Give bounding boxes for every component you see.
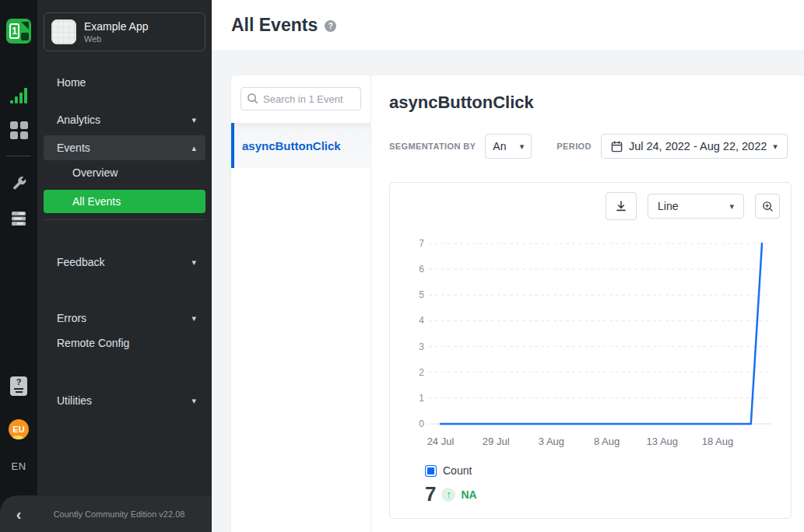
svg-text:18 Aug: 18 Aug [702,436,734,447]
chevron-down-icon: ▾ [191,313,196,324]
analytics-barchart-icon[interactable] [0,88,37,103]
app-selector[interactable]: Example App Web [44,12,205,51]
sidebar-item-events[interactable]: Events ▴ [44,135,205,160]
chevron-down-icon: ▾ [191,115,196,125]
sidebar-item-overview[interactable]: Overview [37,160,212,185]
all-events-card: asyncButtonClick asyncButtonClick SEGMEN… [231,75,804,532]
svg-text:5: 5 [419,289,424,300]
svg-text:13 Aug: 13 Aug [647,436,679,447]
chart-card: Line ▾ 0123456724 Jul29 Jul3 Aug8 Aug13 … [389,182,792,519]
sidebar-item-remote-config[interactable]: Remote Config [37,331,212,355]
line-chart[interactable]: 0123456724 Jul29 Jul3 Aug8 Aug13 Aug18 A… [396,222,785,455]
chart-zoom-button[interactable] [755,194,780,219]
chevron-up-icon: ▴ [191,143,196,153]
calendar-icon [611,141,623,152]
total-count-value: 7 [425,482,436,506]
app-icon [51,19,76,44]
legend-series-label: Count [443,464,472,477]
svg-text:24 Jul: 24 Jul [427,436,455,447]
trend-up-icon: ↑ [441,488,455,502]
content-area: asyncButtonClick asyncButtonClick SEGMEN… [212,50,804,532]
countly-logo-icon[interactable]: 1 [0,19,37,44]
sidebar-item-analytics[interactable]: Analytics ▾ [37,107,212,132]
help-icon[interactable]: ? [325,20,336,32]
collapse-sidebar-icon[interactable]: ‹ [0,506,37,522]
chevron-down-icon: ▾ [191,396,196,406]
segmentation-dropdown[interactable]: An ▾ [485,134,532,159]
svg-text:2: 2 [419,367,424,378]
icon-rail: 1 ? EU EN [0,0,37,532]
chevron-down-icon: ▾ [191,257,196,268]
chevron-down-icon: ▾ [520,142,525,152]
svg-text:6: 6 [419,264,424,275]
chevron-down-icon: ▾ [729,201,734,212]
sidebar-footer-bar: ‹ Countly Community Edition v22.08 [0,495,212,532]
version-text: Countly Community Edition v22.08 [37,509,212,519]
sidebar-item-home[interactable]: Home [37,70,212,95]
rail-divider [0,156,37,156]
svg-text:29 Jul: 29 Jul [483,436,510,447]
apps-grid-icon[interactable] [0,121,37,139]
period-label: PERIOD [556,142,592,151]
chart-legend: Count 7 ↑ NA [425,464,477,506]
help-guide-icon[interactable]: ? [0,376,37,396]
event-list-panel: asyncButtonClick [231,75,371,532]
app-platform: Web [84,34,149,44]
event-detail-panel: asyncButtonClick SEGMENTATION BY An ▾ PE… [371,75,804,532]
svg-text:4: 4 [419,315,424,326]
zoom-in-icon [762,201,774,212]
event-title: asyncButtonClick [389,93,792,113]
search-icon [247,93,258,104]
legend-count-checkbox[interactable] [425,465,437,477]
svg-text:1: 1 [419,393,424,404]
sidebar: Example App Web Home Analytics ▾ Events … [37,0,212,532]
svg-text:3: 3 [419,341,424,352]
svg-text:7: 7 [419,238,424,249]
event-search-input[interactable] [240,87,361,110]
database-servers-icon[interactable] [0,209,37,228]
sidebar-divider [44,219,205,220]
segmentation-label: SEGMENTATION BY [389,142,476,151]
svg-text:8 Aug: 8 Aug [594,436,620,447]
page-title: All Events [231,15,318,36]
sidebar-item-all-events[interactable]: All Events [44,190,205,213]
sidebar-item-utilities[interactable]: Utilities ▾ [37,388,212,413]
svg-text:0: 0 [419,418,424,429]
sidebar-item-feedback[interactable]: Feedback ▾ [37,250,212,275]
chevron-down-icon: ▾ [773,142,778,152]
download-icon [615,200,627,212]
user-avatar[interactable]: EU [0,419,37,439]
download-chart-button[interactable] [606,192,637,220]
event-list-item-selected[interactable]: asyncButtonClick [231,123,370,168]
date-range-picker[interactable]: Jul 24, 2022 - Aug 22, 2022 ▾ [601,134,788,159]
app-name: Example App [84,20,149,33]
chart-type-dropdown[interactable]: Line ▾ [648,194,744,219]
wrench-icon[interactable] [0,174,37,191]
page-header: All Events ? [212,0,804,50]
language-selector[interactable]: EN [0,460,37,472]
svg-text:3 Aug: 3 Aug [539,436,564,447]
sidebar-item-errors[interactable]: Errors ▾ [37,306,212,331]
trend-change-value: NA [461,488,476,501]
